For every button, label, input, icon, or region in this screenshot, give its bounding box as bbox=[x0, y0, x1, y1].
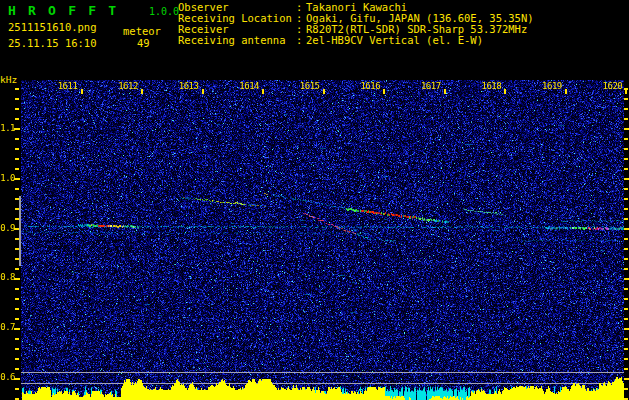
freq-tick-left bbox=[15, 288, 19, 290]
freq-tick-right bbox=[624, 208, 628, 210]
freq-tick-right bbox=[624, 328, 629, 330]
freq-tick-right bbox=[624, 238, 628, 240]
app-version: 1.0.0 bbox=[149, 6, 179, 17]
freq-tick-left bbox=[14, 128, 20, 130]
freq-tick-left bbox=[15, 268, 19, 270]
freq-tick-right bbox=[624, 278, 629, 280]
freq-tick-right bbox=[624, 138, 628, 140]
freq-tick-right bbox=[624, 248, 628, 250]
freq-tick-right bbox=[624, 178, 629, 180]
freq-tick-right bbox=[624, 88, 628, 90]
freq-tick-right bbox=[624, 228, 629, 230]
freq-tick-left bbox=[14, 378, 20, 380]
freq-tick-left bbox=[15, 88, 19, 90]
freq-tick-right bbox=[624, 168, 628, 170]
hrofft-window: H R O F F T 1.0.0 2511151610.png meteor … bbox=[0, 0, 629, 400]
freq-tick-left bbox=[15, 298, 19, 300]
station-info-row: Receiving antenna:2el-HB9CV Vertical (el… bbox=[178, 35, 534, 46]
freq-tick-right bbox=[624, 388, 628, 390]
freq-tick-right bbox=[624, 298, 628, 300]
station-info-separator: : bbox=[296, 35, 306, 46]
freq-tick-left bbox=[14, 328, 20, 330]
freq-tick-right bbox=[624, 198, 628, 200]
freq-tick-label: 1.1 bbox=[0, 123, 15, 133]
freq-tick-left bbox=[14, 278, 20, 280]
freq-tick-right bbox=[624, 98, 628, 100]
freq-tick-left bbox=[15, 98, 19, 100]
freq-tick-right bbox=[624, 318, 628, 320]
freq-tick-left bbox=[15, 348, 19, 350]
freq-tick-label: 0.9 bbox=[0, 223, 15, 233]
freq-tick-right bbox=[624, 348, 628, 350]
freq-tick-right bbox=[624, 268, 628, 270]
freq-axis-unit-label: kHz bbox=[0, 74, 17, 85]
freq-tick-left bbox=[14, 178, 20, 180]
spectrogram-canvas bbox=[21, 80, 624, 400]
freq-tick-right bbox=[624, 368, 628, 370]
freq-tick-right bbox=[624, 158, 628, 160]
freq-tick-right bbox=[624, 148, 628, 150]
echo-count: 49 bbox=[137, 37, 150, 49]
output-file-name: 2511151610.png bbox=[8, 21, 97, 33]
observation-mode-label: meteor bbox=[123, 25, 161, 37]
freq-tick-right bbox=[624, 338, 628, 340]
echo-band-marker bbox=[19, 196, 21, 266]
station-info-block: Observer:Takanori KawachiReceiving Locat… bbox=[178, 2, 534, 46]
freq-tick-right bbox=[624, 308, 628, 310]
app-title: H R O F F T bbox=[8, 3, 118, 18]
freq-tick-left bbox=[15, 108, 19, 110]
freq-tick-left bbox=[15, 358, 19, 360]
freq-tick-right bbox=[624, 378, 629, 380]
freq-tick-right bbox=[624, 288, 628, 290]
freq-tick-left bbox=[15, 158, 19, 160]
freq-tick-right bbox=[624, 358, 628, 360]
freq-tick-left bbox=[15, 308, 19, 310]
freq-tick-right bbox=[624, 108, 628, 110]
freq-tick-right bbox=[624, 118, 628, 120]
freq-tick-label: 0.6 bbox=[0, 372, 15, 382]
time-tick bbox=[625, 89, 627, 94]
freq-tick-left bbox=[15, 338, 19, 340]
freq-tick-right bbox=[624, 218, 628, 220]
freq-tick-left bbox=[15, 138, 19, 140]
freq-tick-left bbox=[15, 388, 19, 390]
station-info-value: 2el-HB9CV Vertical (el. E-W) bbox=[306, 35, 483, 46]
observation-datetime: 25.11.15 16:10 bbox=[8, 37, 97, 49]
freq-tick-left bbox=[15, 118, 19, 120]
freq-tick-right bbox=[624, 258, 628, 260]
freq-tick-right bbox=[624, 188, 628, 190]
freq-tick-left bbox=[15, 368, 19, 370]
freq-tick-left bbox=[15, 318, 19, 320]
freq-tick-left bbox=[15, 148, 19, 150]
freq-tick-label: 1.0 bbox=[0, 173, 15, 183]
freq-tick-right bbox=[624, 128, 629, 130]
freq-tick-label: 0.8 bbox=[0, 272, 15, 282]
freq-tick-label: 0.7 bbox=[0, 322, 15, 332]
freq-tick-left bbox=[15, 168, 19, 170]
station-info-label: Receiving antenna bbox=[178, 35, 296, 46]
freq-tick-left bbox=[15, 188, 19, 190]
